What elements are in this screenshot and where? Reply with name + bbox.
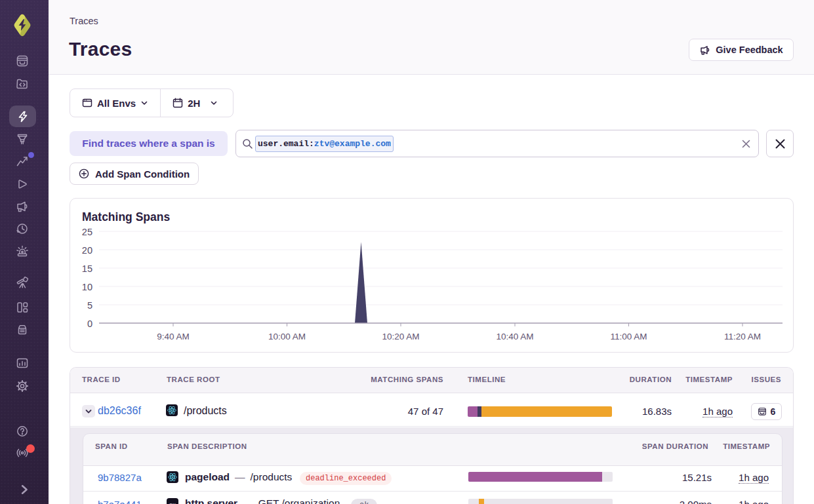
svg-text:9:40 AM: 9:40 AM bbox=[157, 332, 190, 341]
svg-text:10:00 AM: 10:00 AM bbox=[268, 332, 306, 341]
svg-text:15: 15 bbox=[82, 263, 92, 274]
svg-text:10:40 AM: 10:40 AM bbox=[496, 332, 533, 341]
svg-text:25: 25 bbox=[82, 227, 92, 237]
svg-text:10:20 AM: 10:20 AM bbox=[382, 332, 419, 341]
svg-text:5: 5 bbox=[87, 300, 92, 311]
svg-text:0: 0 bbox=[87, 319, 92, 329]
svg-text:11:20 AM: 11:20 AM bbox=[724, 332, 761, 341]
svg-text:nx: nx bbox=[169, 501, 176, 504]
svg-text:20: 20 bbox=[82, 245, 92, 256]
svg-text:10: 10 bbox=[82, 282, 92, 292]
svg-text:11:00 AM: 11:00 AM bbox=[610, 332, 647, 341]
